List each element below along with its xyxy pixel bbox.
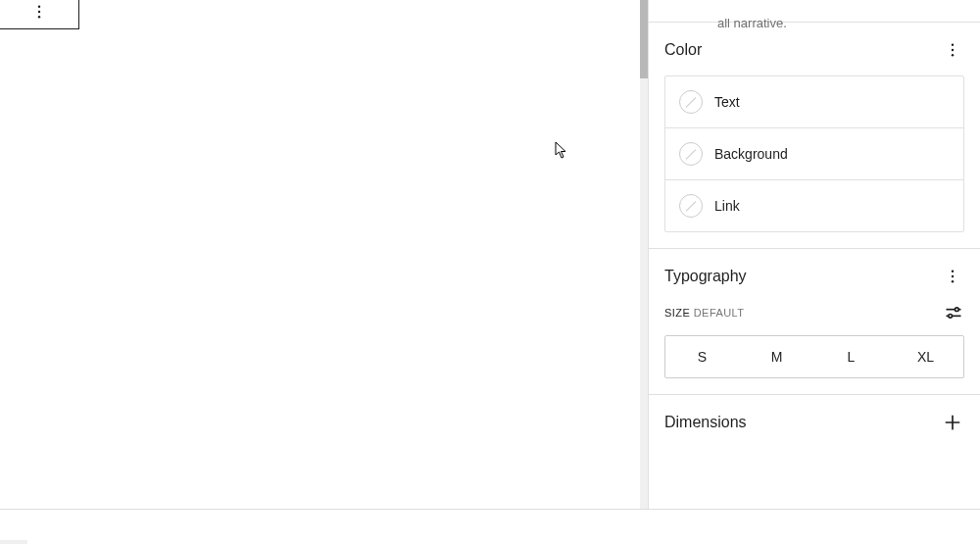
dimensions-section-title: Dimensions xyxy=(664,414,747,431)
mouse-cursor xyxy=(555,141,568,159)
svg-point-5 xyxy=(952,54,954,56)
dimensions-add-button[interactable] xyxy=(941,411,964,434)
dimensions-section: Dimensions xyxy=(649,394,980,450)
svg-point-10 xyxy=(956,308,959,312)
size-label: SIZE DEFAULT xyxy=(664,307,745,319)
footer-bar xyxy=(0,509,980,544)
more-vertical-icon xyxy=(944,41,961,59)
typography-section: Typography SIZE DEFAULT xyxy=(649,248,980,394)
color-section: Color Text Background xyxy=(649,22,980,248)
font-size-segmented: S M L XL xyxy=(664,335,964,378)
svg-point-12 xyxy=(949,315,953,319)
settings-sliders-icon xyxy=(944,303,963,322)
typography-section-options[interactable] xyxy=(941,265,964,288)
plus-icon xyxy=(943,413,962,432)
svg-point-0 xyxy=(38,6,40,8)
svg-point-8 xyxy=(952,280,954,282)
svg-point-7 xyxy=(952,275,954,277)
empty-swatch-icon xyxy=(679,90,703,114)
color-section-options[interactable] xyxy=(941,38,964,62)
more-vertical-icon xyxy=(30,3,48,21)
block-description-fragment: all narrative. xyxy=(717,16,787,30)
color-text-button[interactable]: Text xyxy=(665,76,963,128)
font-size-s[interactable]: S xyxy=(665,336,740,377)
svg-point-1 xyxy=(38,11,40,13)
typography-section-title: Typography xyxy=(664,268,747,285)
empty-swatch-icon xyxy=(679,142,703,166)
color-row-label: Text xyxy=(714,94,740,110)
color-section-title: Color xyxy=(664,41,702,59)
svg-point-3 xyxy=(952,44,954,46)
font-size-xl[interactable]: XL xyxy=(889,336,963,377)
editor-canvas[interactable] xyxy=(0,0,640,509)
font-size-l[interactable]: L xyxy=(814,336,889,377)
footer-accent xyxy=(0,540,27,544)
svg-point-2 xyxy=(38,16,40,18)
app-shell: all narrative. Color Text Background xyxy=(0,0,980,509)
custom-size-toggle[interactable] xyxy=(943,302,964,323)
canvas-scrollbar[interactable] xyxy=(640,0,648,509)
settings-sidebar: all narrative. Color Text Background xyxy=(648,0,980,509)
svg-point-4 xyxy=(952,49,954,51)
color-panel: Text Background Link xyxy=(664,75,964,232)
block-options-button[interactable] xyxy=(27,0,51,24)
scrollbar-thumb[interactable] xyxy=(640,0,648,78)
color-background-button[interactable]: Background xyxy=(665,128,963,180)
color-row-label: Link xyxy=(714,198,740,214)
color-link-button[interactable]: Link xyxy=(665,180,963,231)
empty-swatch-icon xyxy=(679,194,703,218)
more-vertical-icon xyxy=(944,268,961,285)
color-row-label: Background xyxy=(714,146,788,162)
sidebar-scrollbar[interactable] xyxy=(962,22,980,509)
block-toolbar-fragment xyxy=(0,0,79,29)
svg-point-6 xyxy=(952,271,954,272)
font-size-m[interactable]: M xyxy=(740,336,814,377)
